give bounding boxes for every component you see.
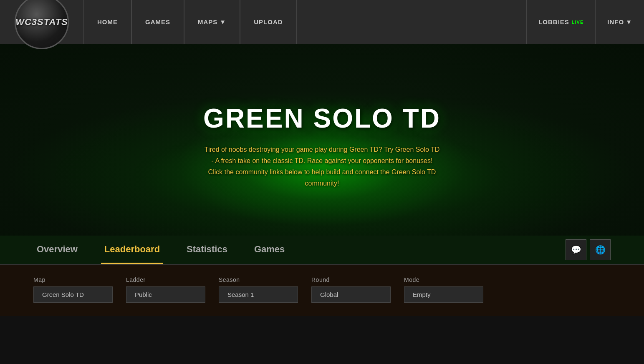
nav-items: HOME GAMES MAPS ▼ UPLOAD LOBBIES LIVE IN… xyxy=(83,0,644,44)
globe-icon: 🌐 xyxy=(595,245,606,255)
tab-statistics[interactable]: Statistics xyxy=(183,236,231,264)
filter-mode-select[interactable]: Empty xyxy=(404,286,483,303)
filter-round-select[interactable]: Global xyxy=(311,286,391,303)
logo-text: WC3STATS xyxy=(15,17,68,28)
filter-mode-group: Mode Empty xyxy=(404,276,483,303)
hero-section: GREEN SOLO TD Tired of noobs destroying … xyxy=(0,44,644,265)
nav-games[interactable]: GAMES xyxy=(131,0,184,44)
filter-ladder-select[interactable]: Public xyxy=(126,286,205,303)
globe-icon-button[interactable]: 🌐 xyxy=(590,239,611,260)
discord-icon: 💬 xyxy=(571,245,581,255)
filter-map-select[interactable]: Green Solo TD xyxy=(33,286,113,303)
chevron-down-icon: ▼ xyxy=(626,18,632,25)
filter-map-group: Map Green Solo TD xyxy=(33,276,113,303)
live-badge: LIVE xyxy=(572,20,583,25)
nav-lobbies[interactable]: LOBBIES LIVE xyxy=(526,0,596,44)
tab-leaderboard[interactable]: Leaderboard xyxy=(101,236,163,264)
filter-ladder-label: Ladder xyxy=(126,276,205,283)
filter-section: Map Green Solo TD Ladder Public Season S… xyxy=(0,265,644,316)
hero-title: GREEN SOLO TD xyxy=(203,103,441,134)
tabs-bar: Overview Leaderboard Statistics Games 💬 … xyxy=(0,236,644,265)
tabs-icons: 💬 🌐 xyxy=(566,239,611,260)
hero-description: Tired of noobs destroying your game play… xyxy=(203,144,441,189)
filter-map-label: Map xyxy=(33,276,113,283)
nav-info[interactable]: INFO ▼ xyxy=(596,0,644,44)
nav-home[interactable]: HOME xyxy=(83,0,131,44)
tab-overview[interactable]: Overview xyxy=(33,236,81,264)
navbar: WC3STATS HOME GAMES MAPS ▼ UPLOAD LOBBIE… xyxy=(0,0,644,44)
tab-games[interactable]: Games xyxy=(251,236,288,264)
filter-round-group: Round Global xyxy=(311,276,391,303)
hero-content: GREEN SOLO TD Tired of noobs destroying … xyxy=(187,103,457,189)
filter-season-select[interactable]: Season 1 xyxy=(219,286,298,303)
filter-season-group: Season Season 1 xyxy=(219,276,298,303)
nav-upload[interactable]: UPLOAD xyxy=(240,0,296,44)
filter-season-label: Season xyxy=(219,276,298,283)
chevron-down-icon: ▼ xyxy=(220,18,226,25)
filter-ladder-group: Ladder Public xyxy=(126,276,205,303)
logo-icon: WC3STATS xyxy=(15,0,69,49)
logo-area[interactable]: WC3STATS xyxy=(0,0,83,49)
filter-mode-label: Mode xyxy=(404,276,483,283)
tabs-list: Overview Leaderboard Statistics Games xyxy=(33,236,288,264)
discord-icon-button[interactable]: 💬 xyxy=(566,239,586,260)
filter-round-label: Round xyxy=(311,276,391,283)
nav-maps[interactable]: MAPS ▼ xyxy=(184,0,240,44)
